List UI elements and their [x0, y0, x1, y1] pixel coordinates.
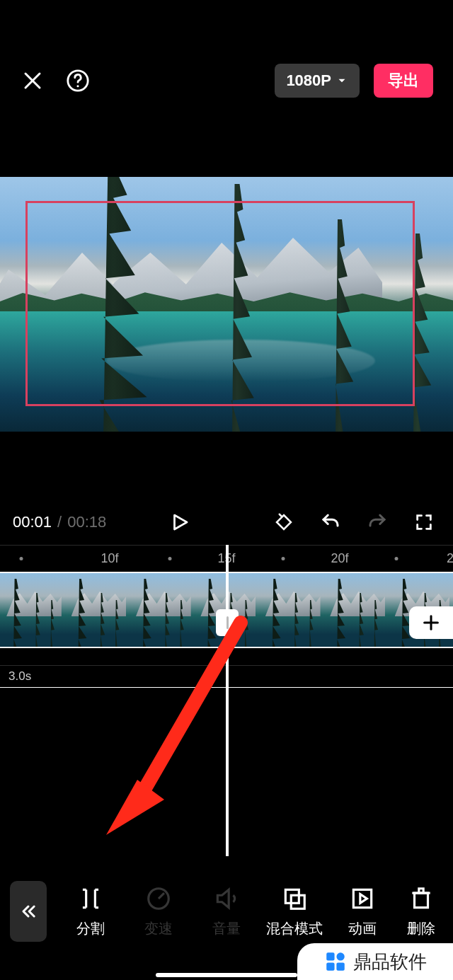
- play-button[interactable]: [164, 506, 196, 538]
- video-preview[interactable]: [0, 177, 453, 432]
- tool-label: 混合模式: [266, 919, 323, 938]
- close-button[interactable]: [20, 68, 45, 93]
- svg-rect-10: [285, 889, 299, 903]
- time-total: 00:18: [67, 513, 106, 531]
- delete-icon: [408, 885, 435, 912]
- undo-button[interactable]: [314, 506, 347, 538]
- ruler-mark: 2: [447, 551, 453, 566]
- fullscreen-button[interactable]: [408, 506, 440, 538]
- time-separator: /: [57, 513, 62, 531]
- export-label: 导出: [388, 70, 419, 91]
- bottom-toolbar: 分割 变速 音量 混合模式 动画 删除: [0, 870, 453, 953]
- ruler-mark: 20f: [331, 551, 348, 566]
- tool-label: 变速: [144, 919, 173, 938]
- split-icon: [77, 885, 104, 912]
- tool-delete[interactable]: 删除: [396, 885, 446, 938]
- svg-marker-4: [175, 515, 188, 529]
- play-icon: [169, 510, 190, 534]
- svg-marker-13: [360, 894, 367, 903]
- clip-thumbnail[interactable]: [323, 573, 388, 648]
- blend-icon: [281, 885, 308, 912]
- redo-icon: [367, 512, 388, 533]
- collapse-toolbar-button[interactable]: [10, 881, 47, 942]
- redo-button[interactable]: [361, 506, 394, 538]
- track-duration-label: 3.0s: [8, 669, 31, 684]
- clip-thumbnail[interactable]: [0, 573, 64, 648]
- svg-rect-14: [326, 952, 334, 960]
- plus-icon: [421, 613, 441, 633]
- ruler-mark: 10f: [101, 551, 118, 566]
- tool-animation[interactable]: 动画: [328, 885, 396, 938]
- home-indicator: [156, 973, 297, 977]
- animation-icon: [349, 885, 376, 912]
- svg-rect-17: [336, 962, 344, 970]
- close-icon: [22, 70, 43, 91]
- player-controls: 00:01 / 00:18: [0, 506, 453, 538]
- help-icon: [66, 69, 90, 93]
- tool-speed[interactable]: 变速: [125, 885, 193, 938]
- clip-thumbnail[interactable]: [259, 573, 323, 648]
- tool-split[interactable]: 分割: [57, 885, 125, 938]
- tool-blend[interactable]: 混合模式: [260, 885, 328, 938]
- volume-icon: [213, 885, 240, 912]
- crop-frame[interactable]: [25, 201, 415, 406]
- tool-label: 动画: [348, 919, 377, 938]
- keyframe-button[interactable]: [268, 506, 300, 538]
- time-current: 00:01: [13, 513, 52, 531]
- fullscreen-icon: [414, 512, 434, 532]
- undo-icon: [320, 512, 341, 533]
- svg-line-7: [134, 623, 241, 807]
- resolution-selector[interactable]: 1080P: [275, 64, 360, 98]
- svg-rect-16: [326, 962, 334, 970]
- svg-point-15: [336, 952, 344, 960]
- watermark-logo-icon: [323, 950, 348, 974]
- keyframe-icon: [273, 512, 294, 533]
- annotation-arrow: [99, 616, 262, 842]
- svg-point-3: [76, 85, 79, 87]
- help-button[interactable]: [65, 68, 91, 93]
- export-button[interactable]: 导出: [374, 64, 433, 98]
- add-clip-button[interactable]: [409, 606, 453, 639]
- tool-volume[interactable]: 音量: [193, 885, 260, 938]
- speed-icon: [145, 885, 172, 912]
- chevron-down-icon: [336, 74, 348, 87]
- resolution-label: 1080P: [286, 71, 331, 90]
- tool-label: 音量: [212, 919, 241, 938]
- watermark-text: 鼎品软件: [353, 950, 427, 974]
- svg-marker-8: [106, 780, 164, 835]
- tool-label: 删除: [407, 919, 435, 938]
- chevron-double-left-icon: [18, 901, 38, 921]
- watermark: 鼎品软件: [297, 943, 453, 980]
- tool-label: 分割: [76, 919, 105, 938]
